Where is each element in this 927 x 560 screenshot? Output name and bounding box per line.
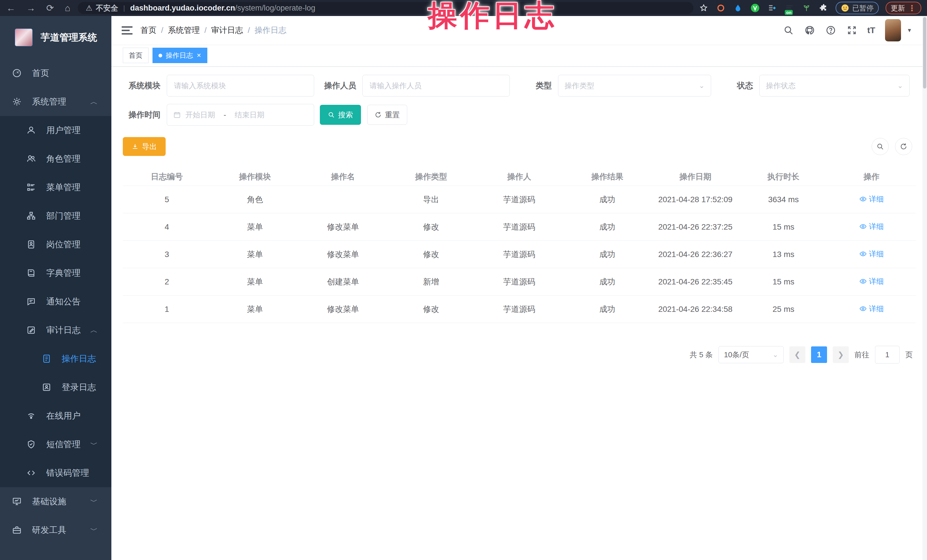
current-page[interactable]: 1 (811, 346, 827, 363)
active-dot (158, 54, 162, 58)
detail-link[interactable]: 详细 (859, 249, 884, 259)
next-page-button[interactable]: ❯ (833, 346, 849, 363)
sidebar-item-operate-log[interactable]: 操作日志 (0, 344, 111, 373)
date-range-picker[interactable]: 开始日期 - 结束日期 (167, 104, 314, 126)
sidebar-item-errcode-mgmt[interactable]: 错误码管理 (0, 458, 111, 487)
page-size-select[interactable]: 10条/页 ⌄ (719, 346, 784, 363)
operate-log-table: 日志编号 操作模块 操作名 操作类型 操作人 操作结果 操作日期 执行时长 操作… (123, 168, 916, 323)
chevron-down-icon: ⌄ (699, 82, 705, 90)
app-logo-row[interactable]: 芋道管理系统 (0, 16, 111, 59)
detail-link[interactable]: 详细 (859, 304, 884, 314)
breadcrumb-audit[interactable]: 审计日志 (211, 25, 243, 36)
browser-menu-icon[interactable]: ⋮ (908, 3, 916, 13)
browser-reload-icon[interactable]: ⟳ (46, 3, 54, 12)
browser-forward-icon[interactable]: → (26, 3, 35, 12)
hamburger-icon[interactable] (122, 26, 132, 35)
sidebar-item-online-users[interactable]: 在线用户 (0, 402, 111, 430)
fullscreen-icon[interactable] (846, 24, 858, 36)
help-icon[interactable] (825, 24, 836, 36)
table-row: 1 菜单 修改菜单 修改 芋道源码 成功 2021-04-26 22:34:58… (123, 296, 916, 323)
extension-ring-icon[interactable] (716, 3, 726, 13)
sidebar-item-dev-tools[interactable]: 研发工具 ﹀ (0, 516, 111, 544)
extension-drop-icon[interactable] (733, 3, 743, 13)
search-icon (328, 111, 335, 118)
goto-label: 前往 (854, 350, 869, 360)
sidebar-item-user-mgmt[interactable]: 用户管理 (0, 116, 111, 144)
module-label: 系统模块 (123, 80, 161, 91)
module-input[interactable] (173, 81, 308, 91)
not-secure-label: 不安全 (96, 3, 118, 13)
extension-green-v-icon[interactable] (750, 3, 760, 13)
detail-link[interactable]: 详细 (859, 222, 884, 232)
user-avatar[interactable] (885, 19, 901, 41)
code-icon (26, 468, 36, 478)
user-icon (26, 125, 36, 135)
extensions-puzzle-icon[interactable] (819, 3, 829, 13)
sidebar-item-dept-mgmt[interactable]: 部门管理 (0, 202, 111, 230)
type-select[interactable]: 操作类型 ⌄ (558, 75, 711, 97)
chevron-down-icon: ⌄ (897, 82, 903, 90)
sidebar-item-dict-mgmt[interactable]: 字典管理 (0, 259, 111, 287)
sidebar-item-login-log[interactable]: 登录日志 (0, 373, 111, 402)
sidebar-item-system-mgmt[interactable]: 系统管理 ︿ (0, 87, 111, 116)
url-host: dashboard.yudao.iocoder.cn (130, 4, 235, 12)
sidebar-item-notice-mgmt[interactable]: 通知公告 (0, 287, 111, 316)
profile-paused-badge[interactable]: 已暂停 (836, 2, 879, 14)
extension-on-badge-icon[interactable]: on (784, 3, 795, 13)
sidebar-item-home[interactable]: 首页 (0, 59, 111, 87)
sidebar: 芋道管理系统 首页 系统管理 ︿ 用户管理 角色管理 菜单管理 部门管理 岗位管… (0, 16, 111, 560)
date-start-placeholder: 开始日期 (185, 110, 215, 120)
extension-tags-icon[interactable] (767, 3, 777, 13)
github-icon[interactable] (804, 24, 815, 36)
extension-sprout-icon[interactable] (801, 3, 812, 13)
sidebar-item-menu-mgmt[interactable]: 菜单管理 (0, 173, 111, 202)
emoji-face-icon (841, 4, 849, 12)
bookmark-star-icon[interactable] (699, 3, 709, 13)
detail-link[interactable]: 详细 (859, 276, 884, 287)
briefcase-icon (12, 525, 22, 535)
app-logo (15, 29, 33, 46)
scrollbar-thumb[interactable] (923, 17, 926, 88)
sidebar-item-post-mgmt[interactable]: 岗位管理 (0, 230, 111, 259)
browser-back-icon[interactable]: ← (6, 3, 15, 12)
id-card-icon (26, 240, 36, 249)
caret-down-icon[interactable]: ▾ (908, 27, 911, 34)
sidebar-item-infrastructure[interactable]: 基础设施 ﹀ (0, 487, 111, 516)
sidebar-item-sms-mgmt[interactable]: 短信管理 ﹀ (0, 430, 111, 458)
operator-input[interactable] (369, 81, 503, 91)
breadcrumb-system[interactable]: 系统管理 (168, 25, 200, 36)
time-label: 操作时间 (123, 109, 161, 120)
operator-label: 操作人员 (318, 80, 356, 91)
toggle-search-button[interactable] (872, 138, 889, 155)
font-size-icon[interactable]: tT (867, 26, 875, 35)
sidebar-item-audit-log[interactable]: 审计日志 ︿ (0, 316, 111, 344)
search-button[interactable]: 搜索 (320, 105, 361, 125)
eye-icon (859, 195, 867, 203)
goto-page-input[interactable] (875, 346, 900, 364)
browser-update-button[interactable]: 更新 ⋮ (886, 2, 921, 14)
browser-home-icon[interactable]: ⌂ (65, 3, 70, 12)
tag-operate-log[interactable]: 操作日志 ✕ (152, 48, 207, 63)
tag-home[interactable]: 首页 (123, 48, 149, 63)
not-secure-warning-icon: ⚠ (86, 4, 92, 12)
detail-link[interactable]: 详细 (859, 194, 884, 204)
url-path: /system/log/operate-log (235, 4, 315, 12)
download-icon (132, 143, 138, 150)
address-bar[interactable]: ⚠ 不安全 | dashboard.yudao.iocoder.cn /syst… (78, 2, 693, 14)
refresh-table-button[interactable] (895, 138, 912, 155)
menu-list-icon (26, 182, 36, 192)
chevron-down-icon: ⌄ (772, 351, 778, 359)
org-tree-icon (26, 211, 36, 221)
export-button[interactable]: 导出 (123, 137, 166, 156)
chevron-down-icon: ﹀ (90, 525, 98, 535)
app-title: 芋道管理系统 (41, 31, 97, 44)
close-icon[interactable]: ✕ (196, 52, 201, 59)
sidebar-item-role-mgmt[interactable]: 角色管理 (0, 144, 111, 173)
reset-button[interactable]: 重置 (367, 105, 407, 125)
breadcrumb-home[interactable]: 首页 (140, 25, 157, 36)
chevron-down-icon: ﹀ (90, 440, 98, 449)
search-icon[interactable] (783, 24, 794, 36)
prev-page-button[interactable]: ❮ (789, 346, 805, 363)
document-icon (42, 354, 52, 364)
status-select[interactable]: 操作状态 ⌄ (759, 75, 910, 97)
